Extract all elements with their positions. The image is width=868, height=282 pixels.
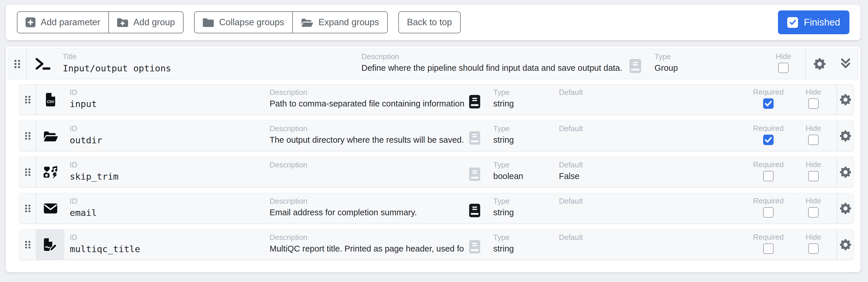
param-settings-button[interactable] bbox=[837, 230, 854, 260]
param-id-field[interactable]: ID multiqc_title bbox=[64, 230, 270, 260]
param-default-field[interactable]: Default bbox=[555, 230, 747, 260]
param-type-value[interactable]: string bbox=[493, 135, 555, 145]
required-checkbox[interactable] bbox=[763, 171, 774, 181]
param-description-field[interactable]: Description bbox=[270, 157, 464, 187]
group-title-field[interactable]: Title Input/output options bbox=[59, 49, 361, 79]
param-default-field[interactable]: Default bbox=[555, 193, 747, 223]
icons-picker-icon[interactable] bbox=[37, 157, 64, 187]
required-label: Required bbox=[753, 197, 784, 205]
param-id-field[interactable]: ID outdir bbox=[64, 121, 270, 151]
param-required-field: Required bbox=[747, 193, 790, 223]
folder-open-icon[interactable] bbox=[37, 121, 64, 151]
hide-checkbox[interactable] bbox=[808, 98, 818, 109]
back-to-top-button[interactable]: Back to top bbox=[398, 11, 461, 33]
required-checkbox[interactable] bbox=[763, 207, 774, 218]
param-required-field: Required bbox=[747, 84, 790, 115]
group-title-value[interactable]: Input/output options bbox=[63, 63, 361, 74]
param-settings-button[interactable] bbox=[837, 121, 854, 151]
add-parameter-button[interactable]: Add parameter bbox=[17, 11, 109, 33]
default-label: Default bbox=[559, 89, 747, 96]
param-type-field[interactable]: Type string bbox=[485, 230, 555, 260]
param-required-field: Required bbox=[747, 230, 790, 260]
title-label: Title bbox=[63, 53, 361, 60]
collapse-groups-button[interactable]: Collapse groups bbox=[194, 11, 293, 33]
folder-plus-icon bbox=[117, 18, 128, 27]
param-id-value[interactable]: outdir bbox=[70, 135, 270, 146]
param-type-field[interactable]: Type string bbox=[485, 121, 555, 151]
param-id-field[interactable]: ID email bbox=[64, 193, 270, 223]
param-id-field[interactable]: ID input bbox=[64, 84, 270, 115]
param-default-field[interactable]: Default False bbox=[555, 157, 747, 187]
param-description-value[interactable]: The output directory where the results w… bbox=[270, 135, 464, 145]
help-text-icon[interactable] bbox=[464, 230, 485, 260]
hide-checkbox[interactable] bbox=[808, 135, 818, 145]
param-id-value[interactable]: skip_trim bbox=[70, 172, 270, 182]
id-label: ID bbox=[70, 161, 270, 169]
hide-checkbox[interactable] bbox=[808, 243, 818, 254]
param-type-value[interactable]: string bbox=[493, 244, 555, 254]
group-description-field[interactable]: Description Define where the pipeline sh… bbox=[361, 49, 625, 79]
param-type-field[interactable]: Type boolean bbox=[485, 157, 555, 187]
param-settings-button[interactable] bbox=[837, 84, 854, 115]
id-label: ID bbox=[70, 197, 270, 205]
param-id-value[interactable]: input bbox=[70, 99, 270, 109]
help-text-icon[interactable] bbox=[625, 49, 646, 79]
help-text-icon[interactable] bbox=[464, 193, 485, 223]
required-checkbox[interactable] bbox=[763, 135, 774, 145]
drag-handle[interactable] bbox=[19, 84, 37, 115]
help-text-icon[interactable] bbox=[464, 84, 485, 115]
param-type-field[interactable]: Type string bbox=[485, 84, 555, 115]
param-description-field[interactable]: Description MultiQC report title. Printe… bbox=[270, 230, 464, 260]
back-to-top-label: Back to top bbox=[407, 17, 452, 28]
spacer bbox=[721, 49, 762, 79]
param-default-field[interactable]: Default bbox=[555, 121, 747, 151]
param-description-value[interactable]: MultiQC report title. Printed as page he… bbox=[270, 244, 464, 254]
required-checkbox[interactable] bbox=[763, 243, 774, 254]
param-description-field[interactable]: Description Email address for completion… bbox=[270, 193, 464, 223]
help-text-icon[interactable] bbox=[464, 157, 485, 187]
hide-label: Hide bbox=[806, 125, 821, 132]
param-description-value[interactable]: Email address for completion summary. bbox=[270, 208, 464, 217]
file-signature-icon[interactable] bbox=[37, 230, 64, 260]
add-parameter-label: Add parameter bbox=[41, 17, 100, 28]
drag-handle[interactable] bbox=[8, 49, 27, 79]
param-type-field[interactable]: Type string bbox=[485, 193, 555, 223]
hide-checkbox[interactable] bbox=[778, 63, 789, 73]
param-id-field[interactable]: ID skip_trim bbox=[64, 157, 270, 187]
param-id-value[interactable]: multiqc_title bbox=[70, 244, 270, 254]
hide-checkbox[interactable] bbox=[808, 207, 818, 218]
envelope-icon[interactable] bbox=[37, 193, 64, 223]
hide-checkbox[interactable] bbox=[808, 171, 818, 181]
param-default-field[interactable]: Default bbox=[555, 84, 747, 115]
drag-handle[interactable] bbox=[19, 157, 37, 187]
expand-groups-button[interactable]: Expand groups bbox=[292, 11, 388, 33]
parameter-row-multiqc-title: ID multiqc_title Description MultiQC rep… bbox=[19, 229, 854, 260]
drag-handle[interactable] bbox=[19, 121, 37, 151]
collapse-group-button[interactable] bbox=[833, 49, 858, 79]
schema-builder-card: Title Input/output options Description D… bbox=[6, 46, 861, 272]
drag-handle[interactable] bbox=[19, 230, 37, 260]
param-type-value[interactable]: string bbox=[493, 208, 555, 217]
collapse-groups-label: Collapse groups bbox=[219, 17, 284, 28]
folder-icon bbox=[203, 18, 214, 27]
group-settings-button[interactable] bbox=[805, 49, 833, 79]
param-type-value[interactable]: string bbox=[493, 99, 555, 108]
param-default-value[interactable]: False bbox=[559, 172, 747, 181]
param-description-field[interactable]: Description The output directory where t… bbox=[270, 121, 464, 151]
param-description-field[interactable]: Description Path to comma-separated file… bbox=[270, 84, 464, 115]
type-label: Type bbox=[493, 161, 555, 169]
parameter-row-input: ID input Description Path to comma-separ… bbox=[19, 84, 854, 115]
required-checkbox[interactable] bbox=[763, 98, 774, 109]
param-type-value[interactable]: boolean bbox=[493, 172, 555, 181]
add-group-button[interactable]: Add group bbox=[108, 11, 184, 33]
file-csv-icon[interactable] bbox=[37, 84, 64, 115]
help-text-icon[interactable] bbox=[464, 121, 485, 151]
parameter-row-outdir: ID outdir Description The output directo… bbox=[19, 120, 854, 151]
param-id-value[interactable]: email bbox=[70, 208, 270, 218]
param-description-value[interactable]: Path to comma-separated file containing … bbox=[270, 99, 464, 108]
param-settings-button[interactable] bbox=[837, 193, 854, 223]
finished-button[interactable]: Finished bbox=[778, 10, 849, 34]
group-description-value[interactable]: Define where the pipeline should find in… bbox=[361, 63, 625, 73]
drag-handle[interactable] bbox=[19, 193, 37, 223]
param-settings-button[interactable] bbox=[837, 157, 854, 187]
